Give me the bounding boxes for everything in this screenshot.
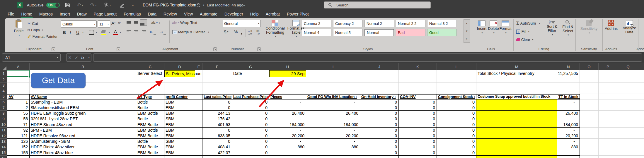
cell-O5[interactable] xyxy=(580,94,599,99)
cell-M13[interactable] xyxy=(476,139,557,144)
align-right-icon[interactable] xyxy=(142,30,146,33)
find-select-button[interactable]: Find & Select▾ xyxy=(561,19,575,37)
cell-G16[interactable] xyxy=(232,156,269,158)
cell-R1[interactable] xyxy=(639,70,644,77)
column-header-R[interactable] xyxy=(639,63,644,70)
column-header-C[interactable]: C xyxy=(136,63,164,70)
cell-P10[interactable] xyxy=(599,122,617,128)
cell-J9[interactable]: 0 xyxy=(360,116,399,122)
cell-G6[interactable]: 0 xyxy=(232,99,269,105)
cell-C7[interactable]: Bottle xyxy=(136,105,164,111)
row-header-2[interactable]: 2 xyxy=(0,77,7,83)
cell-B6[interactable]: $Sampling - EBM xyxy=(30,99,136,105)
borders-chevron-icon[interactable]: ▾ xyxy=(95,31,97,34)
cell-C2[interactable] xyxy=(136,77,164,83)
cell-R6[interactable] xyxy=(639,99,644,105)
cell-H16[interactable] xyxy=(269,156,306,158)
cell-O2[interactable] xyxy=(580,77,599,83)
cell-G11[interactable]: 0 xyxy=(232,128,269,133)
cell-J15[interactable]: 0 xyxy=(360,150,399,156)
cell-L11[interactable]: 0 xyxy=(437,128,476,133)
style-normal-2[interactable]: Normal 2 xyxy=(364,20,394,27)
cell-B13[interactable]: $Abmusterung - SBM xyxy=(30,139,136,144)
wrap-text-button[interactable]: ab↩ Wrap Text xyxy=(172,20,197,25)
cell-Q13[interactable] xyxy=(617,139,639,144)
cell-M10[interactable] xyxy=(476,122,557,128)
merge-center-button[interactable]: ↔ Merge & Center ▾ xyxy=(172,30,209,34)
cell-M12[interactable] xyxy=(476,133,557,139)
cell-H11[interactable]: - xyxy=(269,128,306,133)
tab-help[interactable]: Help xyxy=(247,10,262,18)
cell-H3[interactable] xyxy=(269,83,306,88)
cell-D3[interactable] xyxy=(164,83,195,88)
cell-G14[interactable]: 0 xyxy=(232,144,269,150)
row-header-11[interactable]: 11 xyxy=(0,128,7,133)
cell-F14[interactable]: 408.41 xyxy=(202,144,232,150)
cell-G10[interactable]: 0 xyxy=(232,122,269,128)
borders-icon[interactable] xyxy=(89,30,94,35)
cell-O3[interactable] xyxy=(580,83,599,88)
cell-Q16[interactable] xyxy=(617,156,639,158)
cell-K2[interactable] xyxy=(399,77,437,83)
cell-L16[interactable] xyxy=(437,156,476,158)
cell-M2[interactable] xyxy=(476,77,557,83)
cell-N4[interactable] xyxy=(557,88,580,94)
cell-M15[interactable] xyxy=(476,150,557,156)
cell-H8[interactable]: 26,400 xyxy=(269,111,306,116)
cell-H12[interactable]: 20,200 xyxy=(269,133,306,139)
decrease-decimal-icon[interactable]: .00→0 xyxy=(255,30,260,35)
cell-Q11[interactable] xyxy=(617,128,639,133)
cell-E4[interactable] xyxy=(195,88,202,94)
cell-R16[interactable] xyxy=(639,156,644,158)
row-header-14[interactable]: 14 xyxy=(0,144,7,150)
cell-D2[interactable] xyxy=(164,77,195,83)
cell-K9[interactable]: 0 xyxy=(399,116,437,122)
tab-power-pivot[interactable]: Power Pivot xyxy=(283,10,312,18)
cell-B7[interactable]: $Maschinenstillstand EBM xyxy=(30,105,136,111)
cell-F16[interactable] xyxy=(202,156,232,158)
cell-L6[interactable]: 0 xyxy=(437,99,476,105)
cell-N15[interactable]: - xyxy=(557,150,580,156)
cell-H10[interactable]: 184,000 xyxy=(269,122,306,128)
cell-P6[interactable] xyxy=(599,99,617,105)
cell-O11[interactable] xyxy=(580,128,599,133)
cell-E15[interactable] xyxy=(195,150,202,156)
cell-A2[interactable] xyxy=(7,77,30,83)
cell-H15[interactable]: - xyxy=(269,150,306,156)
cell-I5[interactable]: Good FG W/o INV Location : xyxy=(306,94,360,99)
cell-M1[interactable]: Total Stock / Physical Invenotry xyxy=(476,70,557,77)
cell-H4[interactable] xyxy=(269,88,306,94)
cell-K14[interactable]: 0 xyxy=(399,144,437,150)
cell-C13[interactable]: Bottle xyxy=(136,139,164,144)
column-header-E[interactable]: E xyxy=(195,63,202,70)
cell-I4[interactable] xyxy=(306,88,360,94)
sort-filter-button[interactable]: AZ Sort & Filter▾ xyxy=(544,19,560,37)
number-format-select[interactable]: General▾ xyxy=(223,20,261,27)
cell-N13[interactable]: - xyxy=(557,139,580,144)
decrease-indent-icon[interactable]: ⇤ xyxy=(150,30,156,35)
cell-M7[interactable] xyxy=(476,105,557,111)
autosave-toggle[interactable]: On xyxy=(46,0,60,10)
cell-E11[interactable] xyxy=(195,128,202,133)
cell-N12[interactable]: 20,200 xyxy=(557,133,580,139)
cell-R13[interactable] xyxy=(639,139,644,144)
cell-J16[interactable] xyxy=(360,156,399,158)
formula-input[interactable] xyxy=(93,53,642,62)
cell-B16[interactable] xyxy=(30,156,136,158)
cell-J12[interactable]: 0 xyxy=(360,133,399,139)
cell-G1[interactable]: Date xyxy=(232,70,269,77)
accounting-format-icon[interactable]: $▾ xyxy=(224,29,228,34)
cell-D9[interactable]: SBM xyxy=(164,116,195,122)
font-dialog-launcher[interactable]: ↘ xyxy=(117,47,120,51)
cell-I6[interactable]: - xyxy=(306,99,360,105)
cell-F9[interactable]: 176.42 xyxy=(202,116,232,122)
cell-Q14[interactable] xyxy=(617,144,639,150)
cell-I2[interactable] xyxy=(306,77,360,83)
cell-I15[interactable]: - xyxy=(306,150,360,156)
tab-developer[interactable]: Developer xyxy=(221,10,247,18)
cell-B4[interactable] xyxy=(30,88,136,94)
last-modified-label[interactable]: Last Modified: 4h ago xyxy=(207,0,243,10)
comma-style-icon[interactable]: , xyxy=(241,29,242,35)
cell-G8[interactable]: 0 xyxy=(232,111,269,116)
cell-Q6[interactable] xyxy=(617,99,639,105)
